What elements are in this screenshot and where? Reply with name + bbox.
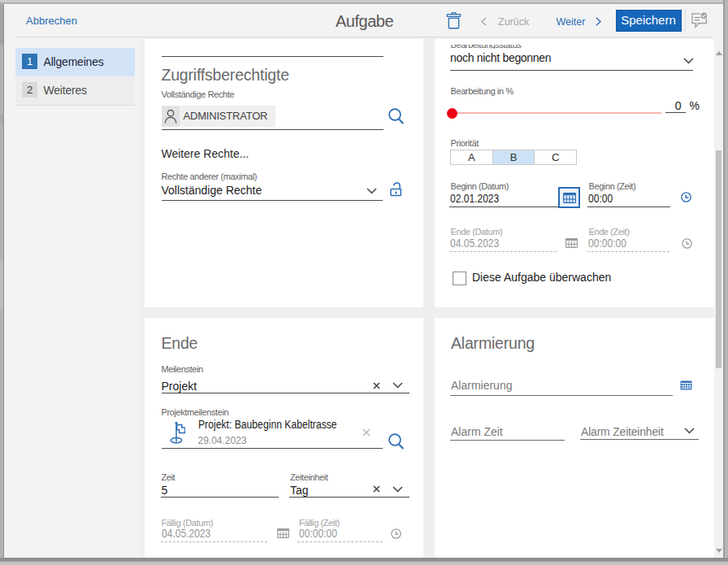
time-underline	[161, 497, 279, 498]
begin-date-value[interactable]: 02.01.2023	[450, 192, 499, 205]
unit-label: Zeiteinheit	[290, 472, 327, 482]
sidebar-item-label: Weiteres	[44, 84, 87, 97]
end-date-value: 04.05.2023	[450, 237, 499, 250]
project-milestone-underline	[162, 448, 384, 449]
watch-task-checkbox[interactable]	[453, 272, 466, 285]
unit-value[interactable]: Tag	[290, 484, 309, 497]
rights-field-underline	[162, 129, 384, 130]
time-label: Zeit	[162, 472, 176, 482]
milestone-flag-icon	[170, 421, 185, 444]
scroll-down-arrow-icon[interactable]	[716, 549, 722, 553]
watch-task-label: Diese Aufgabe überwachen	[472, 271, 611, 284]
dialog-title: Aufgabe	[336, 12, 393, 31]
sidebar-item-allgemeines[interactable]: 1 Allgemeines	[15, 48, 135, 76]
milestone-value[interactable]: Projekt	[162, 380, 197, 393]
clipped-field-underline	[162, 56, 384, 57]
end-time-underline	[587, 251, 670, 252]
next-label: Weiter	[557, 16, 586, 28]
progress-value-underline	[665, 112, 686, 113]
clear-x-icon-grey[interactable]	[362, 428, 370, 437]
alarm-calendar-icon[interactable]	[680, 380, 692, 390]
card-alarmierung: Alarmierung Alarmierung Alarm Zeit Alarm…	[435, 318, 714, 558]
rights-field-label: Vollständige Rechte	[162, 89, 235, 99]
card-ende: Ende Meilenstein Projekt Projektmeilenst…	[145, 318, 423, 558]
due-time-underline	[297, 541, 383, 542]
project-milestone-date: 29.04.2023	[198, 435, 247, 446]
card-heading: Alarmierung	[451, 334, 535, 353]
search-milestone-icon[interactable]	[388, 433, 405, 450]
task-dialog-window: Abbrechen Aufgabe Zurück Weiter Speicher…	[0, 0, 728, 565]
chevron-down-icon[interactable]	[684, 428, 695, 434]
time-value[interactable]: 5	[162, 484, 168, 497]
user-chip[interactable]: ADMINISTRATOR	[162, 106, 276, 127]
status-label-clip-window: Bearbeitungsstatus	[451, 45, 630, 49]
clear-x-icon[interactable]	[373, 382, 380, 389]
due-date-label: Fällig (Datum)	[162, 518, 213, 528]
alarm-unit-select[interactable]: Alarm Zeiteinheit	[581, 425, 664, 438]
sidebar-item-weiteres[interactable]: 2 Weiteres	[15, 76, 135, 105]
sidebar-divider	[15, 105, 135, 106]
step-number-badge: 2	[22, 82, 37, 98]
due-date-value: 04.05.2023	[162, 527, 210, 540]
delete-trash-icon[interactable]	[446, 12, 462, 30]
project-milestone-label: Projektmeilenstein	[162, 407, 229, 417]
priority-option-b[interactable]: B	[492, 150, 535, 164]
chevron-down-icon[interactable]	[366, 188, 377, 194]
status-value[interactable]: noch nicht begonnen	[450, 51, 551, 64]
due-time-value: 00:00:00	[299, 527, 337, 540]
end-date-label: Ende (Datum)	[451, 227, 503, 237]
search-users-icon[interactable]	[388, 108, 405, 125]
chevron-down-icon[interactable]	[392, 486, 403, 493]
step-number-badge: 1	[22, 54, 37, 69]
progress-slider-handle[interactable]	[447, 108, 457, 119]
cancel-button[interactable]: Abbrechen	[26, 15, 77, 27]
card-heading: Zugriffsberechtigte	[162, 66, 289, 85]
scroll-up-arrow-icon[interactable]	[716, 51, 722, 55]
progress-unit: %	[690, 99, 700, 112]
due-time-clock-icon	[391, 528, 401, 539]
window-frame-right	[723, 0, 728, 565]
back-label: Zurück	[498, 16, 529, 28]
status-label-clipped: Bearbeitungsstatus	[451, 45, 630, 49]
priority-option-a[interactable]: A	[451, 150, 492, 164]
window-frame-left	[0, 0, 4, 565]
alarm-unit-underline	[580, 439, 699, 440]
chevron-down-icon[interactable]	[683, 58, 694, 64]
milestone-underline	[162, 393, 410, 393]
due-date-calendar-icon	[277, 528, 289, 538]
alarm-time-underline	[450, 440, 565, 441]
begin-time-value[interactable]: 00:00	[588, 192, 613, 205]
priority-option-c[interactable]: C	[534, 150, 576, 164]
chevron-right-icon	[596, 17, 601, 26]
alarm-input[interactable]: Alarmierung	[451, 379, 512, 392]
other-rights-value[interactable]: Vollständige Rechte	[162, 184, 262, 197]
clear-x-icon[interactable]	[373, 485, 380, 493]
other-rights-underline	[162, 200, 383, 201]
end-time-label: Ende (Zeit)	[589, 227, 630, 237]
progress-slider-track[interactable]	[452, 112, 661, 114]
alarm-underline	[450, 395, 673, 396]
feedback-bubble-icon[interactable]	[687, 8, 708, 28]
dialog-toolbar: Abbrechen Aufgabe Zurück Weiter Speicher…	[4, 4, 723, 37]
save-button[interactable]: Speichern	[616, 10, 682, 32]
project-milestone-value[interactable]: Projekt: Baubeginn Kabeltrasse	[198, 418, 337, 431]
begin-date-calendar-button[interactable]	[558, 187, 580, 208]
end-time-value: 00:00:00	[588, 237, 626, 250]
progress-label: Bearbeitung in %	[451, 86, 514, 96]
more-rights-link[interactable]: Weitere Rechte...	[162, 147, 249, 160]
end-date-calendar-icon	[566, 238, 578, 248]
unlock-icon[interactable]	[390, 182, 402, 197]
begin-time-label: Beginn (Zeit)	[589, 181, 636, 191]
user-chip-label: ADMINISTRATOR	[180, 106, 276, 127]
progress-value[interactable]: 0	[665, 99, 686, 112]
begin-time-underline	[587, 206, 670, 207]
alarm-time-input[interactable]: Alarm Zeit	[451, 425, 503, 438]
scrollbar-thumb[interactable]	[716, 150, 722, 368]
begin-time-clock-icon[interactable]	[681, 192, 691, 202]
card-zugriffsberechtigte: Zugriffsberechtigte Vollständige Rechte …	[145, 39, 423, 307]
milestone-label: Meilenstein	[162, 364, 203, 374]
sidebar-item-label: Allgemeines	[44, 55, 104, 68]
toolbar-divider	[685, 9, 686, 32]
vertical-scrollbar[interactable]	[714, 37, 723, 558]
chevron-down-icon[interactable]	[392, 382, 403, 389]
